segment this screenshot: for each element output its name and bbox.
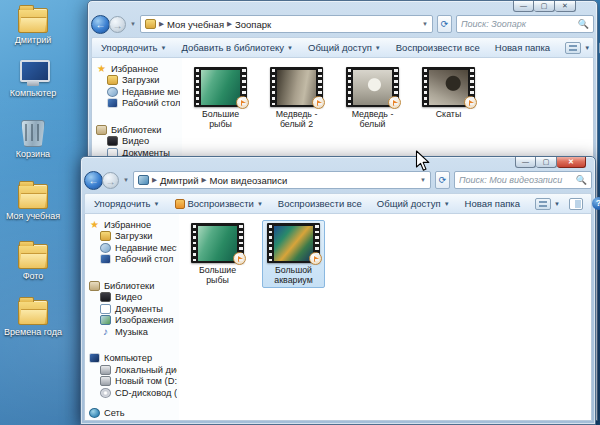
views-icon [565,42,581,54]
sidebar-item-libraries[interactable]: Библиотеки [89,280,177,292]
refresh-button[interactable]: ⟳ [435,171,450,189]
chevron-down-icon: ▼ [584,45,590,51]
address-dropdown-icon[interactable]: ▼ [420,177,426,183]
change-view-button[interactable]: ▼ [535,198,560,210]
computer-icon [18,60,48,86]
sidebar-item-downloads[interactable]: Загрузки [96,75,180,87]
chevron-down-icon: ▼ [554,201,560,207]
desktop-icon-label: Моя учебная [6,211,60,221]
play-all-button[interactable]: Воспроизвести все [278,198,362,209]
play-icon [175,199,185,209]
explorer-window-my-videos: — ▢ ✕ ← → ▼ ▶ Дмитрий ▶ Мои видеозаписи … [80,156,596,425]
minimize-button[interactable]: — [515,157,536,168]
desktop-icon-computer[interactable]: Компьютер [0,60,66,98]
sidebar-item-computer[interactable]: Компьютер [89,353,177,365]
breadcrumb-item[interactable]: Дмитрий [160,175,199,186]
recent-pages-dropdown-icon[interactable]: ▼ [130,21,136,27]
video-library-icon [107,136,118,146]
desktop-icon-study[interactable]: Моя учебная [0,184,66,221]
sidebar-item-desktop[interactable]: Рабочий стол [89,254,177,266]
minimize-button[interactable]: — [513,1,534,12]
breadcrumb-item[interactable]: Мои видеозаписи [209,175,287,186]
sidebar-item-cd-drive-e[interactable]: CD-дисковод (E:) [89,387,177,399]
search-input[interactable]: Поиск: Зоопарк [461,19,578,29]
file-item-big-aquarium-selected[interactable]: Большой аквариум [262,220,325,288]
sidebar-item-downloads[interactable]: Загрузки [89,231,177,243]
address-dropdown-icon[interactable]: ▼ [422,21,428,27]
views-icon [535,198,551,210]
sidebar-item-music[interactable]: Музыка [89,326,177,338]
address-bar[interactable]: ▶ Моя учебная ▶ Зоопарк ▼ [140,15,433,33]
help-button[interactable]: ? [592,197,600,210]
video-thumbnail [346,67,399,107]
breadcrumb-arrow-icon: ▶ [152,176,157,184]
sidebar-item-network[interactable]: Сеть [89,408,177,420]
sidebar-item-desktop[interactable]: Рабочий стол [96,98,180,110]
desktop-icon-photo[interactable]: Фото [0,244,66,281]
sidebar-item-new-volume-d[interactable]: Новый том (D:) [89,376,177,388]
network-icon [89,408,100,418]
breadcrumb-item[interactable]: Моя учебная [167,19,224,30]
file-item-rays[interactable]: Скаты [417,64,480,122]
new-folder-button[interactable]: Новая папка [495,42,550,53]
search-box[interactable]: Поиск: Зоопарк 🔍 [456,15,594,33]
videos-folder-icon [138,175,149,185]
sidebar-item-pictures[interactable]: Изображения [89,315,177,327]
titlebar[interactable]: — ▢ ✕ [84,157,592,169]
file-item-bear-white[interactable]: Медведь - белый [341,64,404,132]
change-view-button[interactable]: ▼ [565,42,590,54]
sidebar-item-recent-places[interactable]: Недавние места [89,242,177,254]
search-input[interactable]: Поиск: Мои видеозаписи [459,175,576,185]
close-button[interactable]: ✕ [557,157,586,168]
add-to-library-button[interactable]: Добавить в библиотеку▼ [182,42,294,53]
desktop-icon-dmitriy[interactable]: Дмитрий [0,8,66,45]
sidebar-item-video[interactable]: Видео [89,292,177,304]
address-bar[interactable]: ▶ Дмитрий ▶ Мои видеозаписи ▼ [133,171,431,189]
video-thumbnail [267,223,320,263]
hard-disk-icon [100,365,111,375]
breadcrumb-arrow-icon: ▶ [159,20,164,28]
share-button[interactable]: Общий доступ▼ [377,198,450,209]
play-button[interactable]: Воспроизвести▼ [175,198,263,209]
forward-button[interactable]: → [102,172,119,189]
maximize-button[interactable]: ▢ [534,1,555,12]
refresh-button[interactable]: ⟳ [437,15,452,33]
close-button[interactable]: ✕ [555,1,576,12]
sidebar-item-libraries[interactable]: Библиотеки [96,124,180,136]
file-item-big-fish[interactable]: Большие рыбы [186,220,249,288]
sidebar-item-local-disk-c[interactable]: Локальный диск (C: [89,364,177,376]
back-button[interactable]: ← [84,171,103,190]
desktop-icon-recycle-bin[interactable]: Корзина [0,120,66,159]
titlebar[interactable]: — ▢ ✕ [91,1,594,13]
star-icon [89,220,100,230]
downloads-icon [107,75,118,85]
maximize-button[interactable]: ▢ [536,157,557,168]
video-thumbnail [422,67,475,107]
folder-icon [145,19,156,29]
new-folder-button[interactable]: Новая папка [465,198,520,209]
recent-pages-dropdown-icon[interactable]: ▼ [123,177,129,183]
file-item-bear-white-2[interactable]: Медведь - белый 2 [265,64,328,132]
breadcrumb-item[interactable]: Зоопарк [235,19,271,30]
sidebar-item-recent-places[interactable]: Недавние места [96,86,180,98]
back-button[interactable]: ← [91,15,110,34]
organize-button[interactable]: Упорядочить▼ [94,198,160,209]
forward-button[interactable]: → [109,16,126,33]
desktop-icon-seasons[interactable]: Времена года [0,300,66,337]
organize-button[interactable]: Упорядочить▼ [101,42,167,53]
play-all-button[interactable]: Воспроизвести все [396,42,480,53]
preview-pane-button[interactable] [569,198,583,210]
desktop-icon-label: Корзина [16,149,50,159]
sidebar-item-video[interactable]: Видео [96,136,180,148]
sidebar-item-favorites[interactable]: Избранное [96,63,180,75]
recycle-bin-icon [21,120,45,147]
file-item-big-fish[interactable]: Большие рыбы [189,64,252,132]
share-button[interactable]: Общий доступ▼ [308,42,381,53]
search-box[interactable]: Поиск: Мои видеозаписи 🔍 [454,171,592,189]
star-icon [96,64,107,74]
music-icon [100,327,111,337]
search-icon: 🔍 [576,175,587,185]
sidebar-item-favorites[interactable]: Избранное [89,219,177,231]
sidebar-item-documents[interactable]: Документы [89,303,177,315]
recent-places-icon [100,243,111,253]
